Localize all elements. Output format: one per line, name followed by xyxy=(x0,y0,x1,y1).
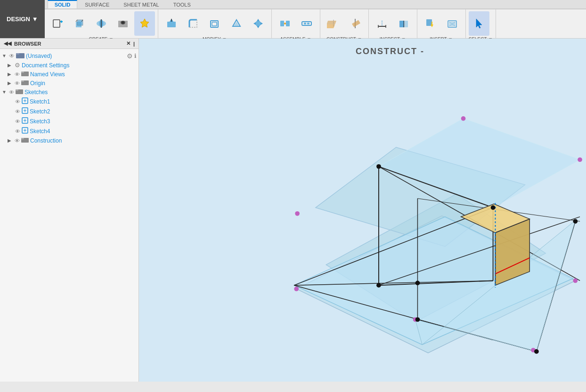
svg-rect-0 xyxy=(53,20,60,27)
plane-at-angle-button[interactable] xyxy=(345,11,366,36)
svg-marker-24 xyxy=(253,22,256,25)
select-button[interactable] xyxy=(469,11,489,36)
sketch4-item[interactable]: 👁 Sketch4 xyxy=(0,126,138,136)
document-settings-item[interactable]: ▶ ⚙ Document Settings xyxy=(0,61,138,70)
new-component-button[interactable] xyxy=(48,11,68,36)
tab-solid[interactable]: SOLID xyxy=(48,0,78,8)
root-label: (Unsaved) xyxy=(26,53,125,59)
svg-point-12 xyxy=(122,22,124,24)
eye-icon[interactable]: 👁 xyxy=(9,53,15,59)
named-views-folder xyxy=(21,71,29,78)
rigid-group-button[interactable] xyxy=(296,11,317,36)
svg-rect-60 xyxy=(16,89,18,91)
named-views-expand: ▶ xyxy=(8,72,13,77)
svg-rect-18 xyxy=(212,22,217,26)
construction-item[interactable]: ▶ 👁 Construction xyxy=(0,136,138,145)
insert-section: INSERT ▼ xyxy=(417,9,466,43)
sketches-eye[interactable]: 👁 xyxy=(9,89,14,95)
svg-marker-22 xyxy=(257,19,260,21)
svg-rect-33 xyxy=(327,24,335,28)
viewport[interactable]: CONSTRUCT - xyxy=(139,39,586,382)
sketch1-item[interactable]: 👁 Sketch1 xyxy=(0,96,138,106)
assemble-section: ASSEMBLE ▼ xyxy=(272,9,320,43)
section-analysis-button[interactable] xyxy=(393,11,414,36)
sketch1-icon xyxy=(22,97,28,105)
tab-surface[interactable]: SURFACE xyxy=(78,0,116,8)
construction-eye[interactable]: 👁 xyxy=(15,138,20,144)
svg-rect-56 xyxy=(21,72,24,73)
origin-eye[interactable]: 👁 xyxy=(15,80,20,86)
named-views-eye[interactable]: 👁 xyxy=(15,72,20,77)
design-button[interactable]: DESIGN ▼ xyxy=(0,0,45,38)
origin-expand: ▶ xyxy=(8,80,13,86)
main-area: ◀◀ BROWSER ✕ | ▼ 👁 (Unsaved) ⚙ ℹ xyxy=(0,39,586,382)
svg-point-106 xyxy=(294,287,299,291)
construction-label: Construction xyxy=(30,137,137,144)
browser-panel: ◀◀ BROWSER ✕ | ▼ 👁 (Unsaved) ⚙ ℹ xyxy=(0,39,139,382)
toolbar: DESIGN ▼ SOLID SURFACE SHEET METAL TOOLS xyxy=(0,0,586,39)
sketch4-label: Sketch4 xyxy=(30,128,137,135)
sketch2-label: Sketch2 xyxy=(30,108,137,115)
svg-marker-23 xyxy=(257,26,260,28)
root-item[interactable]: ▼ 👁 (Unsaved) ⚙ ℹ xyxy=(0,51,138,61)
svg-rect-58 xyxy=(21,80,24,82)
svg-marker-13 xyxy=(140,19,149,27)
sketches-label: Sketches xyxy=(24,89,137,96)
origin-label: Origin xyxy=(30,80,137,87)
extrude-button[interactable] xyxy=(69,11,90,36)
svg-point-105 xyxy=(578,157,582,162)
svg-rect-44 xyxy=(399,21,404,27)
fillet-button[interactable] xyxy=(183,11,203,36)
svg-point-21 xyxy=(255,21,261,26)
joint-button[interactable] xyxy=(275,11,295,36)
root-info-icon[interactable]: ℹ xyxy=(134,53,137,59)
browser-pin[interactable]: | xyxy=(133,41,135,47)
svg-rect-37 xyxy=(352,20,360,27)
sketch2-eye[interactable]: 👁 xyxy=(15,109,20,114)
sketch1-eye[interactable]: 👁 xyxy=(15,99,20,104)
construct-watermark: CONSTRUCT - xyxy=(356,47,424,56)
revolve-button[interactable] xyxy=(91,11,112,36)
tab-sheet-metal[interactable]: SHEET METAL xyxy=(117,0,165,8)
sketch4-eye[interactable]: 👁 xyxy=(15,128,20,134)
named-views-item[interactable]: ▶ 👁 Named Views xyxy=(0,70,138,79)
draft-button[interactable] xyxy=(226,11,247,36)
select-section: SELECT ▼ xyxy=(466,9,496,43)
browser-title: BROWSER xyxy=(14,41,41,47)
svg-point-104 xyxy=(295,211,300,216)
sketch1-label: Sketch1 xyxy=(30,98,137,105)
attach-canvas-button[interactable] xyxy=(442,11,463,36)
press-pull-button[interactable] xyxy=(161,11,182,36)
shell-button[interactable] xyxy=(204,11,225,36)
svg-line-5 xyxy=(76,20,77,22)
sketch3-eye[interactable]: 👁 xyxy=(15,119,20,124)
browser-close[interactable]: ✕ xyxy=(126,40,130,47)
measure-button[interactable] xyxy=(372,11,392,36)
svg-rect-26 xyxy=(280,21,284,26)
svg-point-29 xyxy=(284,23,286,24)
tab-tools[interactable]: TOOLS xyxy=(167,0,197,8)
svg-rect-54 xyxy=(16,53,19,55)
svg-rect-34 xyxy=(327,21,336,24)
hole-button[interactable] xyxy=(113,11,133,36)
sketches-folder xyxy=(16,88,23,96)
sketch3-item[interactable]: 👁 Sketch3 xyxy=(0,116,138,126)
browser-collapse-left[interactable]: ◀◀ xyxy=(4,40,11,47)
svg-marker-52 xyxy=(476,19,482,28)
sketch3-icon xyxy=(22,117,28,125)
sketch2-item[interactable]: 👁 Sketch2 xyxy=(0,106,138,116)
svg-point-113 xyxy=(491,205,496,210)
svg-rect-30 xyxy=(302,22,311,25)
create-section: CREATE ▼ xyxy=(45,9,158,43)
construction-folder xyxy=(21,137,29,144)
origin-item[interactable]: ▶ 👁 Origin xyxy=(0,79,138,88)
insert-derive-button[interactable] xyxy=(420,11,441,36)
root-settings-icon[interactable]: ⚙ xyxy=(127,52,133,60)
move-button[interactable] xyxy=(248,11,269,36)
offset-plane-button[interactable] xyxy=(323,11,344,36)
pattern-button[interactable] xyxy=(134,11,155,36)
tab-bar: SOLID SURFACE SHEET METAL TOOLS xyxy=(45,0,586,9)
svg-rect-32 xyxy=(307,23,309,24)
sketches-expand: ▼ xyxy=(2,89,8,95)
sketches-item[interactable]: ▼ 👁 Sketches xyxy=(0,88,138,96)
